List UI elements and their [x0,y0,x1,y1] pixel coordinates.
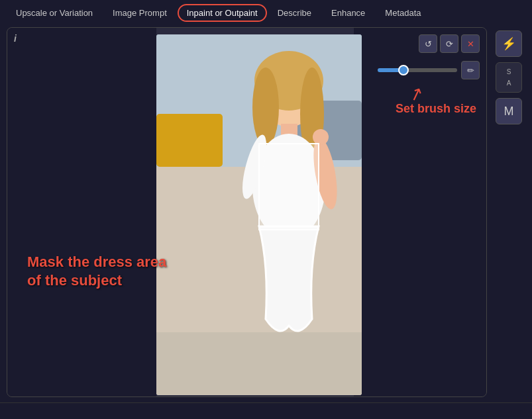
svg-rect-5 [156,332,362,395]
subject-image [156,34,362,395]
tab-inpaint-outpaint[interactable]: Inpaint or Outpaint [178,4,267,22]
main-content: i [0,22,532,402]
sidebar-panel: S A [496,62,522,93]
sidebar-a-label: A [507,79,511,87]
bottom-bar [0,402,532,419]
right-sidebar: ⚡ S A M [492,27,525,397]
undo-button[interactable]: ↺ [419,34,437,53]
sidebar-s-label: S [507,68,511,75]
sidebar-lightning-button[interactable]: ⚡ [496,30,522,57]
tab-upscale-variation[interactable]: Upscale or Variation [7,5,102,21]
brush-size-slider[interactable] [378,68,457,72]
brush-annotation: ↗ Set brush size [396,84,476,116]
canvas-dark-left [7,28,156,396]
annotation-text: Mask the dress area of the subject [27,253,166,291]
brush-slider-container [378,68,457,72]
sidebar-m-button[interactable]: M [496,98,522,124]
tab-describe[interactable]: Describe [268,5,321,21]
tab-enhance[interactable]: Enhance [322,5,374,21]
nav-tabs: Upscale or Variation Image Prompt Inpain… [0,0,532,22]
svg-point-14 [313,129,329,145]
canvas-dark-right [354,28,486,396]
brush-size-label: Set brush size [396,102,476,116]
svg-point-8 [252,68,279,147]
refresh-button[interactable]: ⟳ [440,34,458,53]
tab-metadata[interactable]: Metadata [376,5,430,21]
canvas-panel: i [7,27,487,397]
svg-rect-15 [259,144,319,230]
close-button[interactable]: ✕ [461,34,480,53]
tab-image-prompt[interactable]: Image Prompt [103,5,176,21]
brush-size-row: ✏ [378,61,480,79]
info-icon[interactable]: i [14,33,17,44]
brush-icon-button[interactable]: ✏ [461,61,480,79]
canvas-toolbar: ↺ ⟳ ✕ [419,34,480,53]
lightning-icon: ⚡ [502,36,516,51]
svg-rect-3 [156,114,223,167]
woman-svg [156,34,362,395]
sidebar-m-icon: M [504,105,514,118]
